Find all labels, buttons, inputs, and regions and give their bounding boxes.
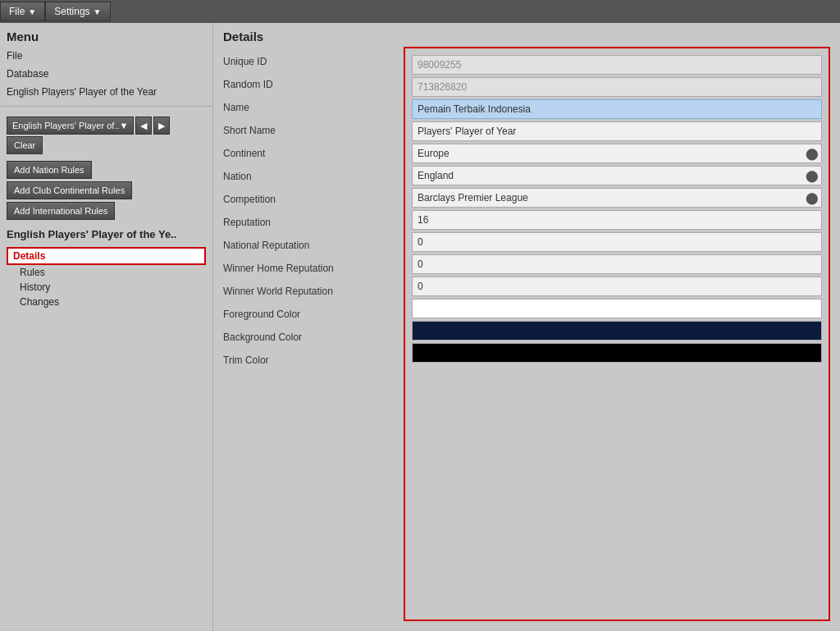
nav-history[interactable]: History [7,280,206,295]
label-foreground-color: Foreground Color [223,303,404,326]
settings-menu-label: Settings [54,6,89,17]
label-random-id: Random ID [223,73,404,96]
label-continent: Continent [223,142,404,165]
competition-select[interactable]: Barclays Premier League La Liga Bundesli… [412,188,822,208]
record-dropdown-label: English Players' Player of.. [12,121,120,130]
add-international-rules-button[interactable]: Add International Rules [7,202,115,220]
label-short-name: Short Name [223,119,404,142]
main-layout: Menu File Database English Players' Play… [0,23,840,631]
reputation-field[interactable] [412,210,822,230]
add-nation-rules-button[interactable]: Add Nation Rules [7,161,92,179]
label-competition: Competition [223,188,404,211]
label-winner-world-reputation: Winner World Reputation [223,280,404,303]
nav-history-label: History [20,281,50,293]
unique-id-field[interactable] [412,55,822,75]
label-name: Name [223,96,404,119]
random-id-field[interactable] [412,77,822,97]
labels-column: Unique ID Random ID Name Short Name Cont… [223,47,404,621]
nav-details[interactable]: Details [7,247,206,265]
winner-world-reputation-field[interactable] [412,277,822,296]
background-color-field[interactable] [412,321,822,341]
winner-home-reputation-field[interactable] [412,254,822,274]
file-menu-arrow-icon: ▼ [28,7,36,16]
clear-button[interactable]: Clear [7,136,43,154]
clear-label: Clear [14,140,35,150]
nation-select-wrapper: England France Germany Spain Italy ⬤ [412,166,822,185]
sidebar-title: Menu [0,23,212,47]
national-reputation-field[interactable] [412,232,822,252]
label-background-color: Background Color [223,326,404,349]
prev-record-button[interactable]: ◀ [135,117,152,135]
record-title: English Players' Player of the Ye.. [0,222,212,244]
details-area: Unique ID Random ID Name Short Name Cont… [213,47,840,631]
prev-icon: ◀ [140,121,147,131]
top-bar: File ▼ Settings ▼ [0,0,840,23]
dropdown-arrow-icon: ▼ [120,121,129,130]
file-menu-button[interactable]: File ▼ [0,2,45,21]
record-dropdown-button[interactable]: English Players' Player of.. ▼ [7,117,134,135]
short-name-field[interactable] [412,121,822,141]
content-area: Details Unique ID Random ID Name Short N… [213,23,840,631]
label-reputation: Reputation [223,211,404,234]
file-menu-label: File [9,6,25,17]
sidebar-item-file[interactable]: File [0,47,212,65]
add-club-continental-rules-label: Add Club Continental Rules [14,185,125,195]
nav-rules-label: Rules [20,267,45,278]
nav-changes-label: Changes [20,296,59,308]
continent-select-wrapper: Europe Asia Africa North America South A… [412,144,822,163]
add-club-continental-rules-button[interactable]: Add Club Continental Rules [7,181,132,199]
add-nation-rules-label: Add Nation Rules [14,165,84,175]
next-icon: ▶ [158,121,165,131]
label-trim-color: Trim Color [223,349,404,372]
sidebar-item-english-players[interactable]: English Players' Player of the Year [0,83,212,101]
add-international-rules-label: Add International Rules [14,206,107,216]
nav-changes[interactable]: Changes [7,295,206,309]
competition-select-wrapper: Barclays Premier League La Liga Bundesli… [412,188,822,208]
nation-select[interactable]: England France Germany Spain Italy [412,166,822,185]
trim-color-field[interactable] [412,343,822,363]
sidebar: Menu File Database English Players' Play… [0,23,213,631]
label-national-reputation: National Reputation [223,234,404,257]
label-winner-home-reputation: Winner Home Reputation [223,257,404,280]
sidebar-item-database[interactable]: Database [0,65,212,83]
settings-menu-button[interactable]: Settings ▼ [45,2,110,21]
content-title: Details [213,23,840,47]
nav-details-label: Details [13,250,45,262]
continent-select[interactable]: Europe Asia Africa North America South A… [412,144,822,163]
sidebar-divider-1 [0,106,212,107]
fields-column: Europe Asia Africa North America South A… [404,47,830,621]
label-unique-id: Unique ID [223,50,404,73]
action-buttons: Add Nation Rules Add Club Continental Ru… [0,159,212,222]
next-record-button[interactable]: ▶ [153,117,170,135]
foreground-color-field[interactable] [412,299,822,318]
name-field[interactable] [412,99,822,119]
sidebar-controls: English Players' Player of.. ▼ ◀ ▶ Clear [0,112,212,159]
nav-rules[interactable]: Rules [7,265,206,280]
settings-menu-arrow-icon: ▼ [94,7,102,16]
nav-tree: Details Rules History Changes [0,244,212,313]
label-nation: Nation [223,165,404,188]
